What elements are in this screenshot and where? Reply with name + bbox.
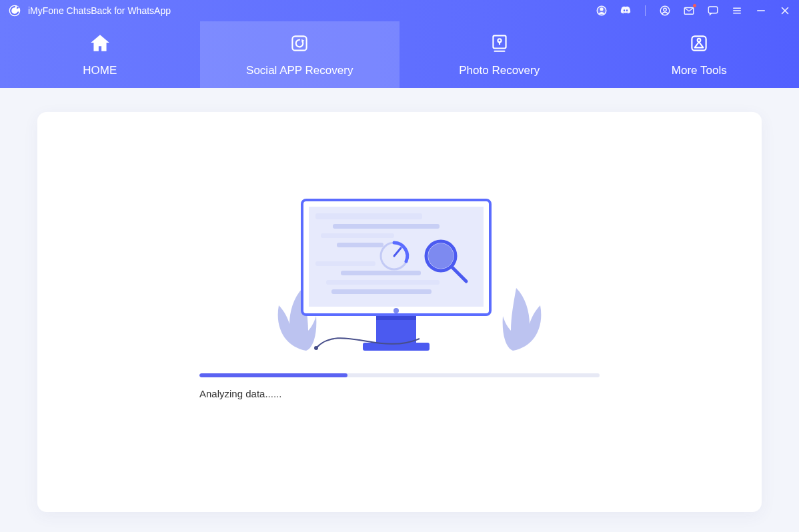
progress-card: Analyzing data...... [37,112,762,512]
svg-rect-14 [293,36,307,50]
app-window: iMyFone ChatsBack for WhatsApp [0,0,799,532]
tab-label: Social APP Recovery [246,64,353,77]
analyzing-illustration [273,199,526,352]
svg-point-5 [664,8,667,11]
account-icon[interactable] [659,5,671,17]
svg-point-37 [428,243,454,269]
leaf-right-icon [498,285,558,352]
refresh-app-icon [288,32,311,55]
minimize-button[interactable] [755,5,767,17]
svg-rect-32 [341,271,421,275]
svg-rect-33 [326,280,440,285]
discord-icon[interactable] [620,5,632,17]
status-text: Analyzing data...... [199,388,600,399]
svg-rect-34 [331,289,432,294]
svg-rect-30 [337,243,383,247]
tab-home[interactable]: HOME [0,21,200,88]
tab-social-app-recovery[interactable]: Social APP Recovery [200,21,400,88]
cable-icon [313,316,460,356]
tab-photo-recovery[interactable]: Photo Recovery [400,21,600,88]
svg-rect-7 [708,7,718,13]
mail-icon[interactable] [683,5,695,17]
menu-icon[interactable] [731,5,743,17]
svg-rect-29 [321,233,394,238]
app-logo-icon [8,4,21,17]
svg-rect-31 [315,261,375,266]
svg-rect-28 [333,224,440,229]
svg-rect-27 [315,213,422,219]
tab-label: Photo Recovery [459,64,540,77]
svg-point-17 [498,39,501,42]
photo-recovery-icon [488,32,511,55]
home-icon [89,32,111,55]
separator [645,5,646,16]
content-area: Analyzing data...... [0,88,799,532]
app-title: iMyFone ChatsBack for WhatsApp [28,5,171,16]
window-controls [596,5,791,17]
close-button[interactable] [779,5,791,17]
tab-label: HOME [83,64,117,77]
titlebar: iMyFone ChatsBack for WhatsApp [0,0,799,21]
tab-label: More Tools [672,64,727,77]
svg-point-3 [600,7,603,11]
progress-section: Analyzing data...... [199,373,600,399]
feedback-icon[interactable] [707,5,719,17]
progress-bar [199,373,600,377]
svg-point-40 [314,346,318,350]
tab-more-tools[interactable]: More Tools [600,21,800,88]
support-icon[interactable] [596,5,608,17]
svg-point-26 [393,308,399,313]
tools-icon [688,32,710,55]
main-nav: HOME Social APP Recovery Photo Recovery … [0,21,799,88]
progress-fill [199,373,347,377]
